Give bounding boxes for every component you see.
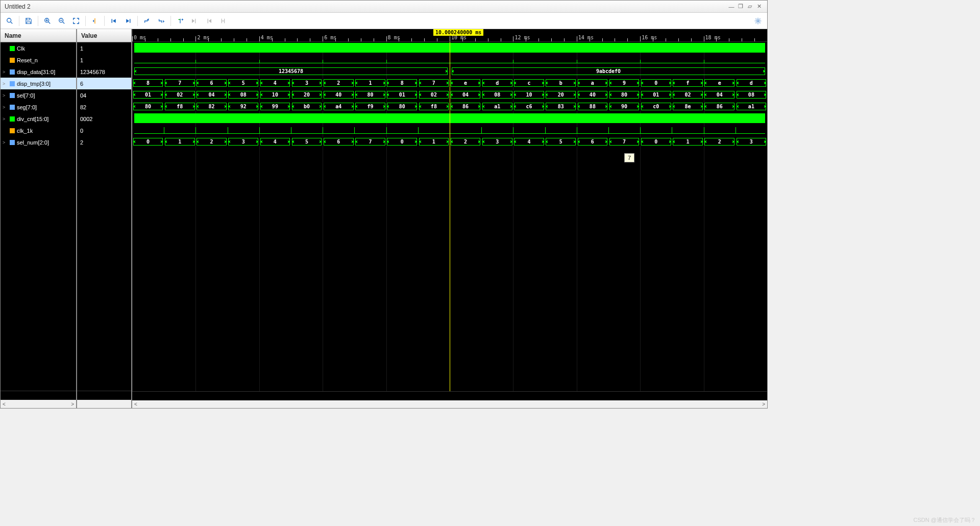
bus-segment: 04 bbox=[704, 91, 734, 99]
ruler-tick-label: 14 ms bbox=[578, 35, 594, 40]
expand-icon[interactable]: > bbox=[3, 116, 5, 122]
bus-segment: 3 bbox=[292, 79, 322, 87]
bus-segment: 08 bbox=[228, 91, 258, 99]
expand-icon[interactable]: > bbox=[3, 140, 5, 145]
signal-type-icon bbox=[10, 81, 15, 86]
cursor-line[interactable] bbox=[450, 42, 450, 392]
search-icon[interactable] bbox=[3, 14, 17, 28]
bus-segment: 5 bbox=[546, 138, 575, 146]
bus-segment: 2 bbox=[324, 79, 353, 87]
signal-type-icon bbox=[10, 69, 15, 75]
bus-segment: f8 bbox=[165, 103, 194, 110]
signal-type-icon bbox=[10, 105, 15, 110]
bus-segment: 1 bbox=[419, 138, 449, 146]
add-marker-icon[interactable] bbox=[173, 14, 187, 28]
bus-segment: 1 bbox=[165, 138, 194, 146]
go-last-icon[interactable] bbox=[121, 14, 135, 28]
signal-row[interactable]: >disp_data[31:0] bbox=[1, 66, 76, 78]
signal-name: Clk bbox=[17, 45, 25, 52]
names-header: Name bbox=[1, 29, 76, 42]
signal-name: div_cnt[15:0] bbox=[17, 116, 48, 122]
minimize-button[interactable]: — bbox=[727, 3, 736, 11]
signal-value: 12345678 bbox=[77, 66, 131, 78]
expand-icon[interactable]: > bbox=[3, 81, 5, 86]
time-ruler[interactable]: 10.000240000 ms 0 ms2 ms4 ms6 ms8 ms10 m… bbox=[132, 29, 767, 42]
values-header: Value bbox=[77, 29, 131, 42]
ruler-tick-label: 4 ms bbox=[261, 35, 273, 40]
signal-name: seg[7:0] bbox=[17, 104, 37, 110]
zoom-out-icon[interactable] bbox=[55, 14, 69, 28]
bus-segment: 80 bbox=[387, 103, 416, 110]
bus-segment: 6 bbox=[324, 138, 353, 146]
zoom-fit-icon[interactable] bbox=[69, 14, 83, 28]
bus-segment: 08 bbox=[737, 91, 766, 99]
restore-button[interactable]: ❐ bbox=[737, 3, 745, 11]
signal-name: disp_data[31:0] bbox=[17, 69, 55, 75]
bus-segment: 3 bbox=[737, 138, 766, 146]
go-first-icon[interactable] bbox=[107, 14, 121, 28]
titlebar: Untitled 2 — ❐ ▱ ✕ bbox=[1, 1, 767, 13]
zoom-in-icon[interactable] bbox=[40, 14, 55, 28]
bus-segment: d bbox=[482, 79, 512, 87]
expand-icon[interactable]: > bbox=[3, 93, 5, 98]
bus-segment: 83 bbox=[546, 103, 575, 110]
prev-transition-icon[interactable] bbox=[140, 14, 154, 28]
wave-scrollbar[interactable]: <> bbox=[132, 400, 767, 408]
bus-segment: 8e bbox=[673, 103, 702, 110]
bus-segment: 4 bbox=[260, 138, 290, 146]
svg-line-1 bbox=[11, 21, 13, 23]
next-marker-icon[interactable] bbox=[202, 14, 216, 28]
bus-segment: 01 bbox=[387, 91, 416, 99]
bus-segment: f8 bbox=[419, 103, 449, 110]
bus-segment: 7 bbox=[609, 138, 639, 146]
signal-type-icon bbox=[10, 58, 15, 63]
signal-row[interactable]: Reset_n bbox=[1, 54, 76, 66]
close-button[interactable]: ✕ bbox=[755, 3, 763, 11]
bus-segment: 0 bbox=[641, 138, 671, 146]
ruler-tick-label: 8 ms bbox=[388, 35, 400, 40]
window-title: Untitled 2 bbox=[5, 3, 31, 10]
bus-segment: 1 bbox=[673, 138, 702, 146]
signal-value: 1 bbox=[77, 54, 131, 66]
bus-segment: 92 bbox=[228, 103, 258, 110]
bus-segment: c0 bbox=[641, 103, 671, 110]
expand-icon[interactable]: > bbox=[3, 105, 5, 110]
bus-segment: d bbox=[737, 79, 766, 87]
bus-segment: 40 bbox=[324, 91, 353, 99]
bus-segment: 10 bbox=[514, 91, 544, 99]
signal-name: Reset_n bbox=[17, 57, 38, 63]
bus-segment: a4 bbox=[324, 103, 353, 110]
bus-segment: b0 bbox=[292, 103, 322, 110]
settings-icon[interactable] bbox=[751, 14, 765, 28]
signal-row[interactable]: >div_cnt[15:0] bbox=[1, 113, 76, 125]
bus-segment: 5 bbox=[228, 79, 258, 87]
goto-cursor-icon[interactable] bbox=[88, 14, 102, 28]
signal-row[interactable]: clk_1k bbox=[1, 125, 76, 136]
bus-segment: 6 bbox=[578, 138, 607, 146]
prev-marker-icon[interactable] bbox=[187, 14, 202, 28]
signal-row[interactable]: >sel[7:0] bbox=[1, 89, 76, 101]
bus-segment: 7 bbox=[355, 138, 385, 146]
signal-row[interactable]: >disp_tmp[3:0] bbox=[1, 78, 76, 89]
bus-segment: 86 bbox=[451, 103, 480, 110]
bus-segment: 20 bbox=[292, 91, 322, 99]
bus-segment: 86 bbox=[704, 103, 734, 110]
bus-segment: c bbox=[514, 79, 544, 87]
values-panel: Value 111234567860482000202 bbox=[77, 29, 132, 408]
signal-row[interactable]: >seg[7:0] bbox=[1, 101, 76, 113]
next-transition-icon[interactable] bbox=[154, 14, 168, 28]
bus-segment: 7 bbox=[165, 79, 194, 87]
bus-segment: 40 bbox=[578, 91, 607, 99]
signal-name: sel[7:0] bbox=[17, 92, 35, 99]
bus-segment: 4 bbox=[260, 79, 290, 87]
maximize-button[interactable]: ▱ bbox=[746, 3, 754, 11]
save-icon[interactable] bbox=[21, 14, 36, 28]
waveform-panel[interactable]: 10.000240000 ms 0 ms2 ms4 ms6 ms8 ms10 m… bbox=[132, 29, 767, 408]
names-scrollbar[interactable]: <> bbox=[1, 400, 76, 408]
svg-point-0 bbox=[7, 18, 11, 22]
expand-icon[interactable]: > bbox=[3, 69, 5, 75]
swap-marker-icon[interactable] bbox=[216, 14, 230, 28]
signal-row[interactable]: Clk bbox=[1, 42, 76, 54]
signal-row[interactable]: >sel_num[2:0] bbox=[1, 136, 76, 148]
toolbar bbox=[1, 13, 767, 29]
